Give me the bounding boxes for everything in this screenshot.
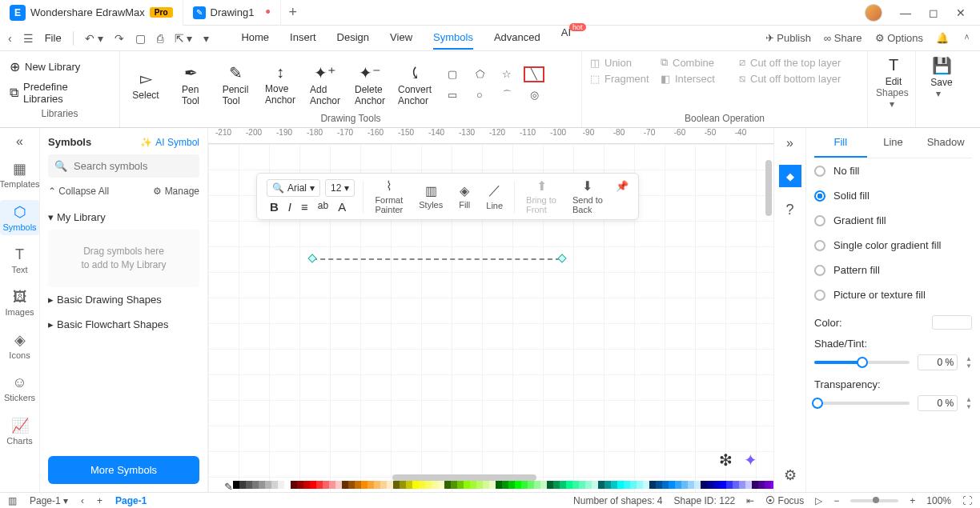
palette-swatch[interactable] xyxy=(617,481,624,489)
add-page-button[interactable]: + xyxy=(97,495,102,506)
palette-swatch[interactable] xyxy=(342,481,348,489)
page-layout-icon[interactable]: ▥ xyxy=(8,495,17,506)
edit-shapes-button[interactable]: TEdit xyxy=(876,56,911,87)
options-button[interactable]: ⚙ Options xyxy=(875,32,923,44)
font-size-select[interactable]: 12 ▾ xyxy=(325,179,355,197)
palette-swatch[interactable] xyxy=(233,481,239,489)
palette-swatch[interactable] xyxy=(374,481,380,489)
palette-swatch[interactable] xyxy=(598,481,604,489)
convert-anchor-tool[interactable]: ⤹Convert Anchor xyxy=(397,63,432,106)
rail-charts[interactable]: 📈Charts xyxy=(0,414,39,449)
menu-home[interactable]: Home xyxy=(241,26,269,50)
palette-swatch[interactable] xyxy=(688,481,694,489)
tab-fill[interactable]: Fill xyxy=(814,128,867,158)
menu-symbols[interactable]: Symbols xyxy=(433,26,473,50)
palette-swatch[interactable] xyxy=(419,481,425,489)
predefine-libraries-button[interactable]: ⧉Predefine Libraries xyxy=(8,78,111,108)
palette-swatch[interactable] xyxy=(297,481,303,489)
export-icon[interactable]: ⇱ ▾ xyxy=(175,32,193,45)
intersect-button[interactable]: ◧ Intersect xyxy=(661,72,733,85)
palette-swatch[interactable] xyxy=(361,481,368,489)
fit-page-icon[interactable]: ⛶ xyxy=(962,495,972,506)
palette-swatch[interactable] xyxy=(252,481,259,489)
collapse-rail-button[interactable]: « xyxy=(16,134,23,149)
palette-swatch[interactable] xyxy=(592,481,598,489)
palette-swatch[interactable] xyxy=(515,481,521,489)
palette-swatch[interactable] xyxy=(681,481,688,489)
palette-swatch[interactable] xyxy=(438,481,444,489)
delete-anchor-tool[interactable]: ✦⁻Delete Anchor xyxy=(352,63,388,106)
app-tab[interactable]: E Wondershare EdrawMax Pro xyxy=(0,0,183,26)
palette-swatch[interactable] xyxy=(508,481,515,489)
palette-swatch[interactable] xyxy=(425,481,432,489)
trans-up[interactable]: ▲ xyxy=(966,396,972,403)
palette-swatch[interactable] xyxy=(265,481,271,489)
fragment-button[interactable]: ⬚ Fragment xyxy=(590,72,654,85)
manage-button[interactable]: ⚙ Manage xyxy=(153,186,199,197)
zoom-slider[interactable] xyxy=(850,499,898,502)
palette-swatch[interactable] xyxy=(521,481,528,489)
solid-fill-option[interactable]: Solid fill xyxy=(814,183,972,208)
arc-shape[interactable]: ⌒ xyxy=(496,87,517,103)
save-icon[interactable]: ▢ xyxy=(135,32,146,45)
palette-swatch[interactable] xyxy=(284,481,291,489)
zoom-in-button[interactable]: + xyxy=(910,495,915,506)
cut-bottom-button[interactable]: ⧅ Cut off bottom layer xyxy=(739,72,859,85)
palette-swatch[interactable] xyxy=(662,481,669,489)
palette-swatch[interactable] xyxy=(675,481,681,489)
basic-drawing-section[interactable]: ▸ Basic Drawing Shapes xyxy=(48,287,199,312)
rail-icons[interactable]: ◈Icons xyxy=(0,328,39,363)
palette-swatch[interactable] xyxy=(316,481,323,489)
palette-swatch[interactable] xyxy=(560,481,566,489)
color-swatch-button[interactable] xyxy=(932,315,972,330)
settings-icon[interactable]: ⚙ xyxy=(784,466,797,484)
palette-swatch[interactable] xyxy=(611,481,617,489)
palette-swatch[interactable] xyxy=(432,481,438,489)
zoom-out-button[interactable]: − xyxy=(833,495,839,506)
palette-swatch[interactable] xyxy=(643,481,649,489)
palette-swatch[interactable] xyxy=(348,481,355,489)
new-library-button[interactable]: ⊕New Library xyxy=(8,56,111,78)
palette-swatch[interactable] xyxy=(745,481,752,489)
palette-swatch[interactable] xyxy=(649,481,656,489)
gradient-fill-option[interactable]: Gradient fill xyxy=(814,208,972,233)
pentagon-shape[interactable]: ⬠ xyxy=(469,66,490,82)
palette-swatch[interactable] xyxy=(604,481,611,489)
palette-swatch[interactable] xyxy=(669,481,675,489)
palette-swatch[interactable] xyxy=(694,481,701,489)
palette-swatch[interactable] xyxy=(239,481,246,489)
fill-tool-icon[interactable]: ◆ xyxy=(779,165,801,187)
palette-swatch[interactable] xyxy=(451,481,457,489)
single-gradient-option[interactable]: Single color gradient fill xyxy=(814,233,972,258)
picture-fill-option[interactable]: Picture or texture fill xyxy=(814,282,972,307)
union-button[interactable]: ◫ Union xyxy=(590,56,654,69)
page-tab[interactable]: Page-1 xyxy=(115,495,147,506)
add-anchor-tool[interactable]: ✦⁺Add Anchor xyxy=(307,63,343,106)
cut-top-button[interactable]: ⧄ Cut off the top layer xyxy=(739,56,859,69)
palette-swatch[interactable] xyxy=(271,481,278,489)
basic-flowchart-section[interactable]: ▸ Basic Flowchart Shapes xyxy=(48,312,199,337)
horizontal-scrollbar[interactable] xyxy=(392,474,536,481)
line-button[interactable]: ／Line xyxy=(478,182,511,210)
trans-down[interactable]: ▼ xyxy=(966,403,972,410)
align-button[interactable]: ≡ xyxy=(301,200,308,214)
line-shape[interactable]: ╲ xyxy=(524,66,544,82)
shade-value[interactable]: 0 % xyxy=(918,354,958,370)
shade-slider[interactable] xyxy=(814,361,910,364)
pin-toolbar-button[interactable]: 📌 xyxy=(611,178,633,194)
palette-swatch[interactable] xyxy=(656,481,662,489)
palette-swatch[interactable] xyxy=(496,481,502,489)
palette-swatch[interactable] xyxy=(335,481,342,489)
palette-swatch[interactable] xyxy=(310,481,316,489)
palette-swatch[interactable] xyxy=(579,481,585,489)
eyedropper-icon[interactable]: ✎ xyxy=(224,481,233,492)
palette-swatch[interactable] xyxy=(572,481,579,489)
ai-symbol-button[interactable]: ✨ AI Symbol xyxy=(140,137,199,148)
palette-swatch[interactable] xyxy=(457,481,464,489)
minimize-button[interactable]: — xyxy=(900,6,911,19)
palette-swatch[interactable] xyxy=(303,481,310,489)
menu-insert[interactable]: Insert xyxy=(290,26,316,50)
user-avatar[interactable] xyxy=(865,4,882,22)
canvas[interactable]: -210-200-190-180-170-160-150-140-130-120… xyxy=(208,128,773,492)
select-tool[interactable]: ▻Select xyxy=(128,69,163,101)
